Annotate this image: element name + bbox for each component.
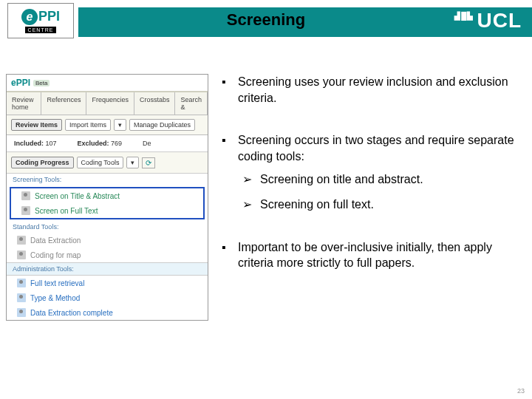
coding-tools-button[interactable]: Coding Tools xyxy=(77,157,124,168)
tool-coding-for-map[interactable]: Coding for map xyxy=(7,248,208,262)
bullet-icon: ▪ xyxy=(222,239,238,271)
person-icon xyxy=(17,279,26,287)
tab-crosstabs[interactable]: Crosstabs xyxy=(134,92,176,115)
sub-bullet-text: Screening on title and abstract. xyxy=(260,171,423,188)
ucl-logo: ▟█▙UCL xyxy=(454,9,522,33)
bullet-text: Screening uses your review inclusion and… xyxy=(238,74,516,106)
tab-references[interactable]: References xyxy=(41,92,86,115)
tool-data-extraction-complete[interactable]: Data Extraction complete xyxy=(7,305,208,320)
included-count: 107 xyxy=(46,140,57,147)
review-items-button[interactable]: Review Items xyxy=(11,119,62,131)
coding-tools-caret[interactable]: ▾ xyxy=(126,157,139,168)
tab-review-home[interactable]: Review home xyxy=(7,92,41,115)
tool-screen-full-text[interactable]: Screen on Full Text xyxy=(11,203,203,218)
tool-full-text-retrieval[interactable]: Full text retrieval xyxy=(7,276,208,290)
bullet-text: Important to be over-inclusive initially… xyxy=(238,239,516,271)
app-logo: ePPI xyxy=(11,78,30,88)
nav-tabs[interactable]: Review home References Frequencies Cross… xyxy=(7,92,208,115)
arrow-icon: ➢ xyxy=(242,197,260,213)
tab-frequencies[interactable]: Frequencies xyxy=(86,92,134,115)
excluded-label: Excluded: xyxy=(78,140,109,147)
arrow-icon: ➢ xyxy=(242,171,260,188)
bullet-icon: ▪ xyxy=(222,132,238,164)
coding-progress-button[interactable]: Coding Progress xyxy=(11,157,74,168)
excluded-count: 769 xyxy=(111,140,122,147)
person-icon xyxy=(21,206,30,215)
screening-tools-label: Screening Tools: xyxy=(7,174,208,185)
slide-title: Screening xyxy=(0,10,532,30)
tab-search[interactable]: Search & xyxy=(175,92,208,115)
beta-badge: Beta xyxy=(33,80,50,86)
standard-tools-label: Standard Tools: xyxy=(7,221,208,233)
admin-tools-label: Administration Tools: xyxy=(7,262,208,276)
bullet-text: Screening occurs in two stages and requi… xyxy=(238,132,516,164)
refresh-icon[interactable]: ⟳ xyxy=(142,157,155,168)
import-caret[interactable]: ▾ xyxy=(114,119,126,131)
tool-data-extraction[interactable]: Data Extraction xyxy=(7,233,208,248)
page-number: 23 xyxy=(517,387,525,395)
tool-type-method[interactable]: Type & Method xyxy=(7,290,208,305)
screenshot-panel: ePPI Beta Review home References Frequen… xyxy=(6,74,208,321)
tool-screen-title-abstract[interactable]: Screen on Title & Abstract xyxy=(11,188,203,203)
person-icon xyxy=(17,236,26,245)
deleted-label: De xyxy=(143,140,151,147)
person-icon xyxy=(21,191,30,200)
bullet-icon: ▪ xyxy=(222,74,238,106)
manage-duplicates-button[interactable]: Manage Duplicates xyxy=(129,119,195,131)
highlight-box: Screen on Title & Abstract Screen on Ful… xyxy=(10,187,205,219)
included-label: Included: xyxy=(14,140,44,147)
import-items-button[interactable]: Import Items xyxy=(65,119,111,131)
sub-bullet-text: Screening on full text. xyxy=(260,197,374,213)
bullet-list: ▪Screening uses your review inclusion an… xyxy=(214,74,532,321)
person-icon xyxy=(17,293,26,302)
person-icon xyxy=(17,308,26,317)
person-icon xyxy=(17,250,26,259)
